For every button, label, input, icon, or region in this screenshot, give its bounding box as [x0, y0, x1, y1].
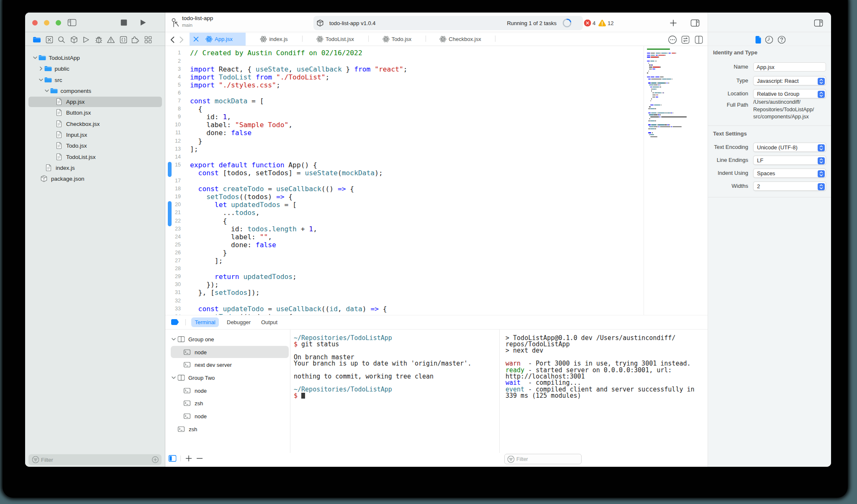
debug-breakpoint-icon[interactable]: [171, 319, 179, 325]
line-number: 30: [165, 281, 181, 289]
file-tree-item-src[interactable]: src: [25, 74, 165, 85]
warning-badge-icon[interactable]: [598, 20, 606, 27]
titlebar-divider: [165, 32, 708, 32]
titlebar-divider: [25, 32, 165, 32]
editor-tab-app-jsx[interactable]: App.jsx: [190, 33, 246, 46]
toggle-terminal-sidebar-icon[interactable]: [169, 455, 177, 462]
terminal-session-group-two[interactable]: Group Two: [165, 371, 290, 384]
terminal-session-node[interactable]: node: [165, 345, 290, 358]
chevron-down-icon[interactable]: [39, 78, 44, 81]
terminal-session-zsh[interactable]: zsh: [165, 423, 290, 436]
history-inspector-tab-icon[interactable]: [765, 36, 773, 44]
file-tree-item-index-js[interactable]: index.js: [25, 162, 165, 173]
terminal-session-group-one[interactable]: Group one: [165, 333, 290, 346]
chevron-down-icon[interactable]: [45, 89, 49, 92]
code-line: 32: [165, 297, 708, 305]
terminal-pane-divider[interactable]: [290, 330, 290, 466]
navigator-search-icon[interactable]: [58, 36, 65, 43]
toggle-sidebar-icon[interactable]: [68, 19, 77, 26]
inspector-indent-using-dropdown[interactable]: Spaces: [753, 169, 826, 178]
add-tab-icon[interactable]: [670, 20, 677, 27]
close-tab-icon[interactable]: [193, 36, 199, 42]
line-number: 2: [165, 57, 181, 65]
tab-output[interactable]: Output: [261, 317, 277, 327]
code-line: 33 const updateTodo = useCallback((id, d…: [165, 305, 708, 313]
chevron-down-icon[interactable]: [172, 376, 176, 379]
warning-count: 12: [608, 20, 613, 26]
terminal-session-node[interactable]: node: [165, 410, 290, 423]
navigator-overview-icon[interactable]: [144, 36, 151, 43]
navigator-extensions-icon[interactable]: [132, 36, 140, 43]
code-line: 22 {: [165, 217, 708, 225]
terminal-session-node[interactable]: node: [165, 384, 290, 397]
file-tree-item-app-jsx[interactable]: App.jsx: [25, 96, 165, 107]
file-tree-item-todolistapp[interactable]: TodoListApp: [25, 52, 165, 63]
tab-terminal[interactable]: Terminal: [191, 317, 219, 327]
code-editor[interactable]: 1// Created by Austin Condiff on 02/16/2…: [165, 46, 708, 315]
editor-tab-checkbox-jsx[interactable]: Checkbox.jsx: [426, 33, 495, 46]
line-number: 7: [165, 97, 181, 105]
inspector-widths-dropdown[interactable]: 2: [753, 182, 826, 191]
editor-tab-index-js[interactable]: index.js: [246, 33, 302, 46]
more-options-icon[interactable]: [668, 36, 677, 44]
terminal-output-right[interactable]: > TodoListApp@0.1.0 dev /Users/austincon…: [505, 335, 706, 399]
editor-tab-todo-jsx[interactable]: Todo.jsx: [368, 33, 426, 46]
file-tree-item-todolist-jsx[interactable]: TodoList.jsx: [25, 151, 165, 162]
file-tree-item-input-jsx[interactable]: Input.jsx: [25, 129, 165, 140]
add-filter-icon[interactable]: [152, 456, 159, 463]
file-tree-item-public[interactable]: public: [25, 63, 165, 74]
toggle-inspector-icon[interactable]: [814, 20, 823, 27]
terminal-session-next-dev-server[interactable]: next dev server: [165, 358, 290, 371]
tab-debugger[interactable]: Debugger: [227, 317, 251, 327]
add-terminal-icon[interactable]: [186, 455, 192, 462]
file-tree-item-button-jsx[interactable]: Button.jsx: [25, 107, 165, 118]
navigator-issues-icon[interactable]: [107, 36, 115, 43]
inspector-location-dropdown[interactable]: Relative to Group: [753, 89, 826, 98]
document-icon: [46, 164, 51, 171]
stop-button[interactable]: [121, 20, 127, 26]
help-inspector-tab-icon[interactable]: [778, 36, 786, 44]
forward-icon[interactable]: [180, 36, 184, 43]
minimap-line: [658, 124, 664, 125]
inspector-type-dropdown[interactable]: Javascript: React: [753, 76, 826, 85]
navigator-files-icon[interactable]: [33, 37, 41, 43]
split-editor-icon[interactable]: [695, 36, 703, 44]
error-badge-icon[interactable]: [584, 20, 591, 27]
terminal-icon: [184, 401, 190, 406]
sidebar-filter-field[interactable]: Filter: [28, 454, 162, 465]
navigator-packages-icon[interactable]: [70, 36, 77, 43]
chevron-right-icon[interactable]: [40, 67, 43, 71]
code-line: 17: [165, 177, 708, 185]
terminal-filter-field[interactable]: Filter: [504, 454, 582, 464]
inspector-name-field[interactable]: App.jsx: [753, 62, 826, 72]
toggle-editor-panel-icon[interactable]: [691, 20, 700, 27]
run-button[interactable]: [140, 19, 146, 26]
inspector-text-encoding-dropdown[interactable]: Unicode (UTF-8): [753, 143, 826, 152]
minimap-line: [648, 132, 652, 133]
terminal-output-mid[interactable]: ~/Repositories/TodoListApp$ git statusOn…: [294, 335, 495, 399]
file-inspector-tab-icon[interactable]: [755, 36, 762, 44]
chevron-down-icon[interactable]: [33, 56, 38, 59]
close-window-button[interactable]: [32, 20, 38, 26]
back-icon[interactable]: [170, 36, 174, 43]
inspector-line-endings-dropdown[interactable]: LF: [753, 156, 826, 165]
swap-editor-icon[interactable]: [682, 36, 690, 44]
minimize-window-button[interactable]: [44, 20, 49, 26]
file-tree-item-todo-jsx[interactable]: Todo.jsx: [25, 140, 165, 151]
remove-terminal-icon[interactable]: [197, 455, 203, 462]
navigator-snippets-icon[interactable]: [120, 36, 127, 43]
file-tree-item-components[interactable]: components: [25, 85, 165, 96]
editor-tab-todolist-jsx[interactable]: TodoList.jsx: [302, 33, 368, 46]
terminal-session-zsh[interactable]: zsh: [165, 397, 290, 410]
file-tree-item-checkbox-jsx[interactable]: Checkbox.jsx: [25, 118, 165, 129]
minimap-line: [647, 55, 650, 56]
terminal-pane-divider[interactable]: [499, 330, 500, 466]
navigator-symbols-icon[interactable]: [46, 36, 53, 43]
navigator-debug-icon[interactable]: [95, 36, 103, 43]
file-tree-label: Todo.jsx: [66, 143, 87, 149]
status-pill[interactable]: todo-list-app v1.0.4 Running 1 of 2 task…: [313, 16, 583, 30]
file-tree-item-package-json[interactable]: package.json: [25, 173, 165, 184]
chevron-down-icon[interactable]: [172, 338, 176, 340]
navigator-run-icon[interactable]: [83, 36, 90, 43]
zoom-window-button[interactable]: [56, 20, 61, 26]
